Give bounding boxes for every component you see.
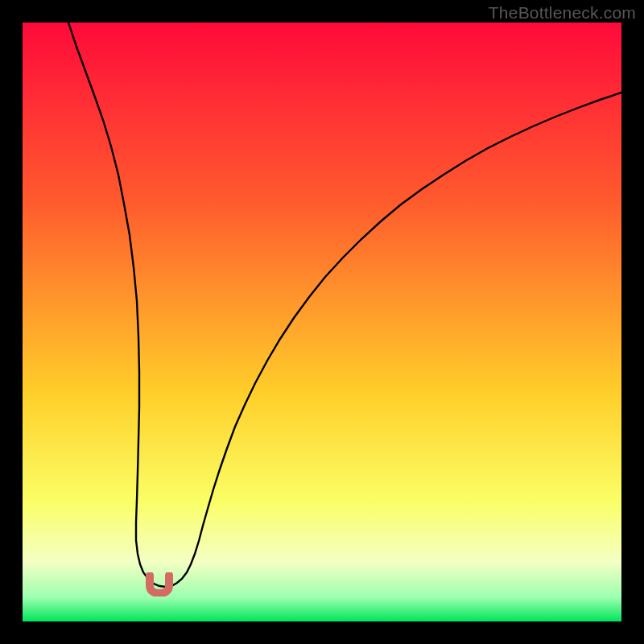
plot-area [23,23,621,621]
chart-frame: TheBottleneck.com [0,0,644,644]
watermark-text: TheBottleneck.com [489,3,636,23]
bottleneck-curve [23,23,621,621]
